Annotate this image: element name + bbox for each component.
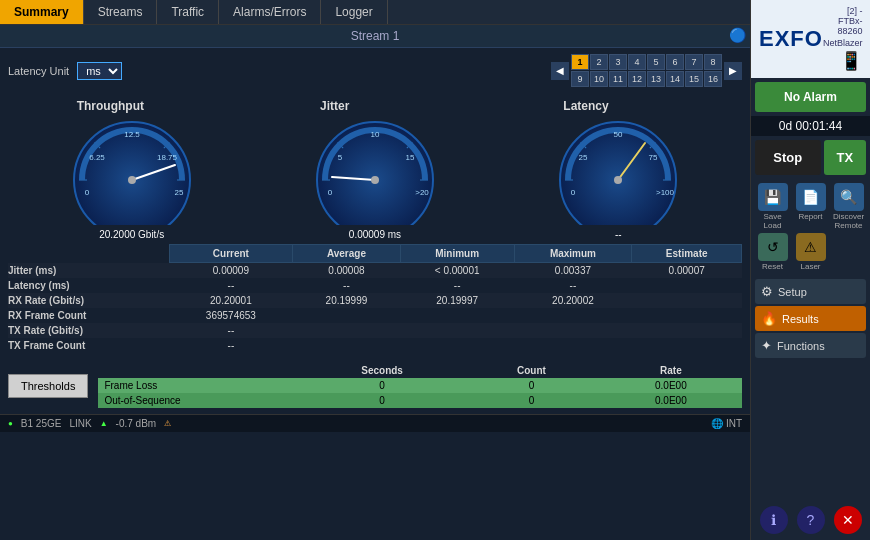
svg-text:0: 0 (328, 188, 333, 197)
tab-summary[interactable]: Summary (0, 0, 84, 24)
svg-text:0: 0 (571, 188, 576, 197)
cell-maximum (514, 323, 632, 338)
page-btn-10[interactable]: 10 (590, 71, 608, 87)
page-btn-4[interactable]: 4 (628, 54, 646, 70)
page-btn-15[interactable]: 15 (685, 71, 703, 87)
sidebar-functions[interactable]: ✦ Functions (755, 333, 866, 358)
discover-remote-label: DiscoverRemote (833, 212, 864, 230)
tx-button[interactable]: TX (824, 140, 867, 175)
thresholds-button[interactable]: Thresholds (8, 374, 88, 398)
bottom-icons: ℹ ? ✕ (751, 500, 870, 540)
col-label (8, 245, 169, 263)
latency-value: -- (615, 229, 622, 240)
latency-gauge: Latency (553, 99, 683, 240)
save-load-icon-item[interactable]: 💾 SaveLoad (755, 183, 790, 230)
page-btn-2[interactable]: 2 (590, 54, 608, 70)
reset-icon-item[interactable]: ↺ Reset (755, 233, 790, 271)
page-btn-5[interactable]: 5 (647, 54, 665, 70)
jitter-title: Jitter (320, 99, 349, 113)
info-button[interactable]: ℹ (760, 506, 788, 534)
cell-average (293, 323, 401, 338)
thresh-cell-seconds: 0 (301, 393, 463, 408)
svg-point-20 (371, 176, 379, 184)
reset-label: Reset (762, 262, 783, 271)
thresholds-section: Thresholds Seconds Count Rate Frame Loss… (0, 357, 750, 414)
warning-icon: ⚠ (164, 419, 171, 428)
cell-minimum (400, 308, 514, 323)
jitter-gauge-svg: 0 5 10 15 >20 (310, 115, 440, 225)
cell-maximum (514, 338, 632, 353)
close-button[interactable]: ✕ (834, 506, 862, 534)
cell-maximum: 0.00337 (514, 263, 632, 279)
cell-minimum: < 0.00001 (400, 263, 514, 279)
sidebar-setup[interactable]: ⚙ Setup (755, 279, 866, 304)
functions-label: Functions (777, 340, 825, 352)
cell-maximum: -- (514, 278, 632, 293)
svg-text:25: 25 (174, 188, 183, 197)
thresh-col-count: Count (463, 363, 600, 378)
cell-minimum: 20.19997 (400, 293, 514, 308)
cell-current: 369574653 (169, 308, 292, 323)
page-btn-8[interactable]: 8 (704, 54, 722, 70)
report-icon-item[interactable]: 📄 Report (793, 183, 828, 230)
laser-label: Laser (800, 262, 820, 271)
stream-info-icon[interactable]: 🔵 (729, 27, 746, 43)
cell-current: -- (169, 323, 292, 338)
tab-bar: Summary Streams Traffic Alarms/Errors Lo… (0, 0, 750, 25)
tab-traffic[interactable]: Traffic (157, 0, 219, 24)
cell-label: RX Rate (Gbit/s) (8, 293, 169, 308)
laser-icon: ⚠ (796, 233, 826, 261)
cell-current: 20.20001 (169, 293, 292, 308)
svg-text:6.25: 6.25 (89, 153, 105, 162)
latency-title: Latency (563, 99, 608, 113)
tab-streams[interactable]: Streams (84, 0, 158, 24)
tab-logger[interactable]: Logger (321, 0, 387, 24)
status-dot-green: ● (8, 419, 13, 428)
signal-level: -0.7 dBm (116, 418, 157, 429)
tab-alarms-errors[interactable]: Alarms/Errors (219, 0, 321, 24)
page-btn-7[interactable]: 7 (685, 54, 703, 70)
page-btn-16[interactable]: 16 (704, 71, 722, 87)
page-btn-3[interactable]: 3 (609, 54, 627, 70)
svg-text:10: 10 (371, 130, 380, 139)
page-next-btn[interactable]: ▶ (724, 62, 742, 80)
page-btn-1[interactable]: 1 (571, 54, 589, 70)
svg-text:75: 75 (649, 153, 658, 162)
stop-button[interactable]: Stop (755, 140, 821, 175)
thresh-col-label (98, 363, 301, 378)
discover-remote-icon-item[interactable]: 🔍 DiscoverRemote (831, 183, 866, 230)
page-btn-14[interactable]: 14 (666, 71, 684, 87)
page-prev-btn[interactable]: ◀ (551, 62, 569, 80)
exfo-logo: EXFO (759, 26, 823, 52)
stop-tx-row: Stop TX (755, 140, 866, 175)
page-btn-12[interactable]: 12 (628, 71, 646, 87)
col-average: Average (293, 245, 401, 263)
svg-text:25: 25 (579, 153, 588, 162)
cell-average: 0.00008 (293, 263, 401, 279)
col-current: Current (169, 245, 292, 263)
col-maximum: Maximum (514, 245, 632, 263)
latency-unit-label: Latency Unit (8, 65, 69, 77)
page-btn-6[interactable]: 6 (666, 54, 684, 70)
page-btn-11[interactable]: 11 (609, 71, 627, 87)
cell-minimum (400, 338, 514, 353)
cell-estimate (632, 278, 742, 293)
latency-unit-select[interactable]: ms μs ns (77, 62, 122, 80)
no-alarm-indicator: No Alarm (755, 82, 866, 112)
cell-estimate (632, 308, 742, 323)
table-row: RX Frame Count369574653 (8, 308, 742, 323)
svg-text:12.5: 12.5 (124, 130, 140, 139)
page-btn-13[interactable]: 13 (647, 71, 665, 87)
thresh-cell-rate: 0.0E00 (600, 393, 742, 408)
page-btn-9[interactable]: 9 (571, 71, 589, 87)
stream-header: Stream 1 🔵 (0, 25, 750, 48)
cell-estimate: 0.00007 (632, 263, 742, 279)
laser-icon-item[interactable]: ⚠ Laser (793, 233, 828, 271)
discover-remote-icon: 🔍 (834, 183, 864, 211)
data-table-section: Current Average Minimum Maximum Estimate… (0, 244, 750, 357)
help-button[interactable]: ? (797, 506, 825, 534)
sidebar-results[interactable]: 🔥 Results (755, 306, 866, 331)
exfo-header: EXFO [2] - FTBx-88260 NetBlazer 📱 (751, 0, 870, 78)
jitter-gauge: Jitter (310, 99, 440, 240)
table-row: Latency (ms)-------- (8, 278, 742, 293)
